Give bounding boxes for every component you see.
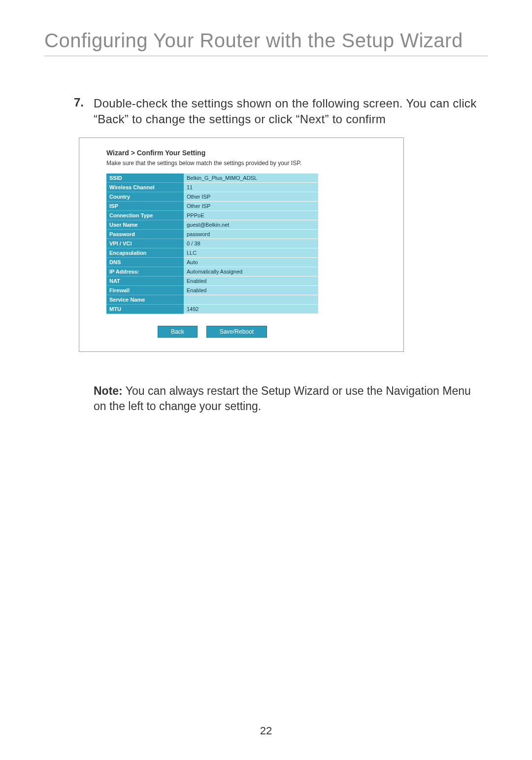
- setting-label: Connection Type: [106, 210, 184, 220]
- setting-label: VPI / VCI: [106, 239, 184, 248]
- embedded-screenshot: Wizard > Confirm Your Setting Make sure …: [79, 138, 404, 352]
- setting-value: PPPoE: [184, 210, 318, 220]
- manual-page: Configuring Your Router with the Setup W…: [0, 0, 532, 760]
- setting-label: IP Address:: [106, 267, 184, 276]
- setting-label: Service Name: [106, 295, 184, 304]
- setting-value: Other ISP: [184, 192, 318, 201]
- setting-value: Other ISP: [184, 201, 318, 210]
- table-row: CountryOther ISP: [106, 192, 318, 201]
- settings-table: SSIDBelkin_G_Plus_MIMO_ADSLWireless Chan…: [106, 173, 318, 314]
- step-number: 7.: [74, 96, 94, 109]
- step-text: Double-check the settings shown on the f…: [94, 96, 488, 128]
- table-row: Passwordpassword: [106, 229, 318, 239]
- table-row: VPI / VCI0 / 38: [106, 239, 318, 248]
- setting-label: Encapsulation: [106, 248, 184, 257]
- note-block: Note: You can always restart the Setup W…: [94, 383, 483, 414]
- setting-value: password: [184, 229, 318, 239]
- setting-value: Auto: [184, 257, 318, 267]
- table-row: ISPOther ISP: [106, 201, 318, 210]
- breadcrumb: Wizard > Confirm Your Setting: [106, 149, 389, 157]
- setting-value: 11: [184, 182, 318, 192]
- note-label: Note:: [94, 384, 123, 397]
- table-row: DNSAuto: [106, 257, 318, 267]
- setting-value: Enabled: [184, 285, 318, 295]
- table-row: IP Address:Automatically Assigned: [106, 267, 318, 276]
- setting-label: ISP: [106, 201, 184, 210]
- table-row: SSIDBelkin_G_Plus_MIMO_ADSL: [106, 173, 318, 183]
- table-row: Service Name: [106, 295, 318, 304]
- button-row: Back Save/Reboot: [106, 326, 318, 338]
- setting-value: Enabled: [184, 276, 318, 285]
- setting-label: User Name: [106, 220, 184, 229]
- table-row: User Nameguest@Belkin.net: [106, 220, 318, 229]
- step-block: 7. Double-check the settings shown on th…: [74, 96, 488, 128]
- setting-value: LLC: [184, 248, 318, 257]
- save-reboot-button[interactable]: Save/Reboot: [206, 326, 267, 338]
- setting-value: 0 / 38: [184, 239, 318, 248]
- page-number: 22: [0, 725, 532, 737]
- setting-label: NAT: [106, 276, 184, 285]
- table-row: MTU1492: [106, 304, 318, 313]
- setting-label: DNS: [106, 257, 184, 267]
- table-row: Wireless Channel11: [106, 182, 318, 192]
- setting-label: Country: [106, 192, 184, 201]
- note-text: You can always restart the Setup Wizard …: [94, 384, 471, 413]
- table-row: EncapsulationLLC: [106, 248, 318, 257]
- back-button[interactable]: Back: [158, 326, 198, 338]
- setting-label: SSID: [106, 173, 184, 183]
- page-title: Configuring Your Router with the Setup W…: [44, 30, 488, 56]
- setting-label: Password: [106, 229, 184, 239]
- screenshot-subhead: Make sure that the settings below match …: [106, 160, 389, 167]
- setting-value: Belkin_G_Plus_MIMO_ADSL: [184, 173, 318, 183]
- table-row: NATEnabled: [106, 276, 318, 285]
- table-row: Connection TypePPPoE: [106, 210, 318, 220]
- setting-label: MTU: [106, 304, 184, 313]
- setting-value: 1492: [184, 304, 318, 313]
- setting-value: guest@Belkin.net: [184, 220, 318, 229]
- setting-label: Firewall: [106, 285, 184, 295]
- table-row: FirewallEnabled: [106, 285, 318, 295]
- setting-value: Automatically Assigned: [184, 267, 318, 276]
- setting-label: Wireless Channel: [106, 182, 184, 192]
- setting-value: [184, 295, 318, 304]
